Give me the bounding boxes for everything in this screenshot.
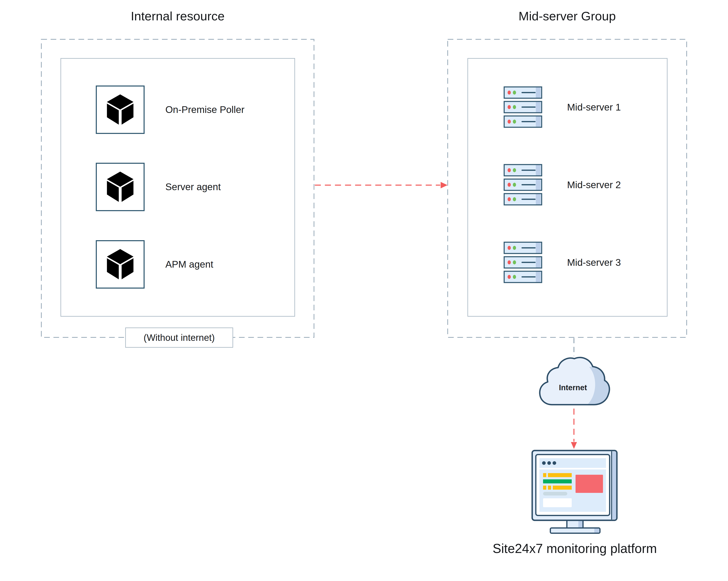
server-stack-icon [503,242,542,283]
apm-agent-label: APM agent [165,256,213,272]
arrow-down-icon [569,407,578,450]
dashed-connector-icon [569,338,578,356]
diagram-canvas: Internal resource On-Premise Poller Serv… [0,0,728,581]
on-premise-poller-tile [96,85,145,134]
platform-label: Site24x7 monitoring platform [454,539,696,558]
mid-server-group-title: Mid-server Group [448,8,687,25]
on-premise-poller-label: On-Premise Poller [165,102,244,118]
without-internet-note: (Without internet) [125,327,233,348]
server-stack-icon [503,86,542,128]
cube-icon [107,171,133,202]
mid-server-1-label: Mid-server 1 [567,99,621,115]
server-stack-icon [503,164,542,206]
monitor-icon [531,449,619,535]
mid-server-3-label: Mid-server 3 [567,255,621,271]
internal-resource-title: Internal resource [41,8,314,25]
server-agent-tile [96,163,145,211]
cube-icon [107,249,133,280]
arrow-right-icon [314,180,448,190]
mid-server-2-label: Mid-server 2 [567,177,621,193]
internet-cloud-label: Internet [559,384,587,392]
cube-icon [107,95,133,125]
cloud-icon: Internet [537,356,611,407]
apm-agent-tile [96,240,145,289]
server-agent-label: Server agent [165,179,221,195]
